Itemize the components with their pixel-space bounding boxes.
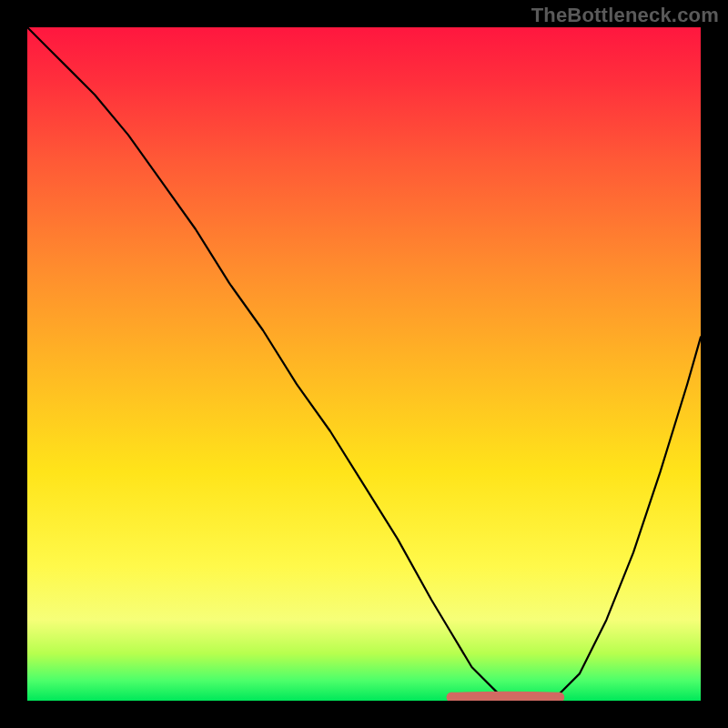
- chart-frame: TheBottleneck.com: [0, 0, 728, 728]
- curve-layer: [27, 27, 701, 701]
- plot-area: [27, 27, 701, 701]
- watermark-text: TheBottleneck.com: [531, 4, 719, 27]
- bottleneck-curve: [27, 27, 701, 701]
- minimum-flat-highlight: [451, 696, 559, 697]
